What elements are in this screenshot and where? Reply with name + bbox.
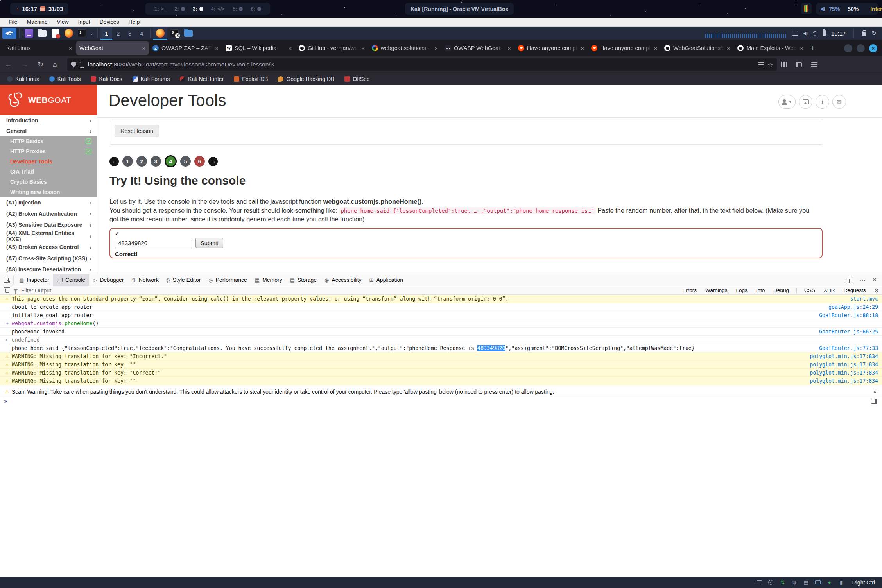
- kali-menu-button[interactable]: [2, 28, 16, 39]
- tab-debugger[interactable]: ▷Debugger: [89, 274, 128, 286]
- bookmark-kali-docs[interactable]: Kali Docs: [91, 76, 122, 82]
- filter-output-input[interactable]: [21, 287, 217, 294]
- sidebar-item-crypto-basics[interactable]: Crypto Basics: [0, 177, 97, 187]
- pick-element-button[interactable]: [0, 278, 12, 283]
- source-link[interactable]: polyglot.min.js:17:834: [810, 362, 878, 368]
- reader-mode-icon[interactable]: [758, 62, 764, 67]
- tab-reddit-2[interactable]: Have anyone comple ×: [588, 41, 660, 55]
- filter-errors-button[interactable]: Errors: [679, 287, 700, 294]
- tab-sql-wikipedia[interactable]: W SQL – Wikipedia ×: [222, 41, 295, 55]
- sidebar-item-http-basics[interactable]: HTTP Basics✓: [0, 136, 97, 146]
- tab-close-icon[interactable]: ×: [69, 45, 72, 52]
- source-link[interactable]: GoatRouter.js:77:33: [819, 345, 878, 351]
- filter-requests-button[interactable]: Requests: [840, 287, 869, 294]
- devtools-close-icon[interactable]: ×: [873, 276, 877, 284]
- workspace-5[interactable]: 5:: [229, 6, 247, 12]
- clear-console-icon[interactable]: [5, 289, 9, 293]
- tab-kali-linux[interactable]: Kali Linux ×: [3, 41, 75, 55]
- app-menu-icon[interactable]: [811, 64, 817, 65]
- dismiss-scam-warning-icon[interactable]: ×: [871, 388, 878, 395]
- tab-webgoat-solutions-search[interactable]: webgoat solutions - ×: [369, 41, 441, 55]
- tab-console-active[interactable]: ›_Console: [53, 274, 89, 286]
- contact-button[interactable]: ✉: [832, 95, 846, 109]
- tab-application[interactable]: ⊞Application: [366, 274, 407, 286]
- tab-style-editor[interactable]: {}Style Editor: [163, 274, 204, 286]
- source-link[interactable]: polyglot.min.js:17:834: [810, 353, 878, 359]
- tab-main-exploits[interactable]: Main Exploits · WebG ×: [734, 41, 807, 55]
- next-page-arrow[interactable]: →: [208, 157, 218, 166]
- workspace-2[interactable]: 2:: [171, 6, 188, 12]
- filter-warnings-button[interactable]: Warnings: [702, 287, 731, 294]
- tab-owasp-webgoat[interactable]: OWASP WebGoat: G ×: [442, 41, 514, 55]
- reload-icon[interactable]: ↻: [33, 60, 48, 69]
- page-button-1[interactable]: 1: [122, 156, 133, 167]
- tab-close-icon[interactable]: ×: [507, 45, 511, 52]
- tray-notifications-icon[interactable]: [813, 31, 817, 35]
- sidebar-item-general[interactable]: General›: [0, 125, 97, 136]
- tray-window-icon[interactable]: [792, 31, 798, 36]
- sidebar-item-developer-tools-current[interactable]: Developer Tools: [0, 156, 97, 167]
- filter-css-button[interactable]: CSS: [801, 287, 819, 294]
- tab-owasp-zap[interactable]: Z OWASP ZAP – ZAP i ×: [149, 41, 222, 55]
- workspace-4[interactable]: 4:</>: [208, 6, 228, 12]
- about-button[interactable]: i: [816, 95, 829, 109]
- sidebar-item-a2-broken-authentication[interactable]: (A2) Broken Authentication›: [0, 208, 97, 220]
- tab-close-icon[interactable]: ×: [215, 45, 219, 52]
- tab-close-icon[interactable]: ×: [654, 45, 657, 52]
- new-tab-button[interactable]: +: [807, 42, 819, 54]
- tab-close-icon[interactable]: ×: [142, 45, 145, 52]
- bookmark-kali-tools[interactable]: Kali Tools: [49, 76, 81, 82]
- sidebar-item-introduction[interactable]: Introduction›: [0, 115, 97, 125]
- submit-button[interactable]: Submit: [195, 238, 223, 248]
- firefox-window-button[interactable]: [153, 27, 167, 40]
- page-button-5[interactable]: 5: [180, 156, 191, 167]
- tab-close-icon[interactable]: ×: [727, 45, 730, 52]
- bookmark-kali-nethunter[interactable]: Kali NetHunter: [180, 76, 224, 82]
- firefox-launcher-icon[interactable]: [64, 29, 74, 38]
- taskbar-workspace-3[interactable]: 3: [124, 27, 136, 40]
- tab-webgoat-active[interactable]: WebGoat ×: [76, 41, 149, 55]
- tab-close-icon[interactable]: ×: [361, 45, 365, 52]
- page-button-4-current[interactable]: 4: [165, 155, 177, 167]
- page-button-6-attack[interactable]: 6: [194, 156, 205, 167]
- sidebar-item-a1-injection[interactable]: (A1) Injection›: [0, 197, 97, 208]
- filter-logs-button[interactable]: Logs: [733, 287, 751, 294]
- source-link[interactable]: GoatRouter.js:66:25: [819, 329, 878, 335]
- sidebar-item-a8-insecure-deserialization[interactable]: (A8) Insecure Deserialization›: [0, 264, 97, 274]
- sidebar-item-writing-new-lesson[interactable]: Writing new lesson: [0, 187, 97, 197]
- responsive-design-mode-icon[interactable]: [848, 277, 852, 283]
- workspace-1[interactable]: 1:>_: [151, 6, 170, 12]
- bookmark-exploit-db[interactable]: Exploit-DB: [234, 76, 268, 82]
- workspace-6[interactable]: 6:: [247, 6, 265, 12]
- split-console-icon[interactable]: [871, 399, 877, 404]
- window-manager-icon[interactable]: [24, 29, 34, 38]
- sidebar-item-a7-xss[interactable]: (A7) Cross-Site Scripting (XSS)›: [0, 253, 97, 264]
- devtools-meatball-menu-icon[interactable]: ⋯: [859, 276, 866, 284]
- page-info-icon[interactable]: [80, 62, 84, 68]
- sidebar-item-a5-broken-access-control[interactable]: (A5) Broken Access Control›: [0, 242, 97, 253]
- tab-inspector[interactable]: ▥Inspector: [15, 274, 53, 286]
- text-editor-icon[interactable]: [51, 29, 60, 38]
- terminal-launcher-icon[interactable]: $: [77, 29, 87, 38]
- menu-help[interactable]: Help: [124, 19, 145, 25]
- bookmark-kali-forums[interactable]: Kali Forums: [133, 76, 170, 82]
- console-prompt[interactable]: »: [0, 396, 882, 406]
- url-input[interactable]: localhost:8080/WebGoat/start.mvc#lesson/…: [67, 58, 777, 71]
- source-link[interactable]: GoatRouter.js:88:18: [819, 312, 878, 318]
- sidebar-item-cia-triad[interactable]: CIA Triad: [0, 167, 97, 177]
- taskbar-workspace-1[interactable]: 1: [100, 27, 112, 40]
- launcher-dropdown-caret[interactable]: ⌄: [90, 31, 93, 36]
- tray-lock-icon[interactable]: [862, 32, 866, 36]
- filter-xhr-button[interactable]: XHR: [820, 287, 839, 294]
- tray-battery-icon[interactable]: [823, 30, 826, 36]
- tab-close-icon[interactable]: ×: [581, 45, 584, 52]
- page-button-3[interactable]: 3: [151, 156, 161, 167]
- reset-lesson-button[interactable]: Reset lesson: [115, 125, 159, 137]
- workspace-3-active[interactable]: 3:: [189, 6, 207, 12]
- menu-devices[interactable]: Devices: [95, 19, 124, 25]
- home-icon[interactable]: ⌂: [48, 61, 62, 69]
- maximize-button[interactable]: [857, 44, 865, 52]
- taskbar-workspace-2[interactable]: 2: [112, 27, 124, 40]
- forward-icon[interactable]: →: [16, 61, 33, 69]
- source-link[interactable]: goatApp.js:24:29: [828, 304, 878, 310]
